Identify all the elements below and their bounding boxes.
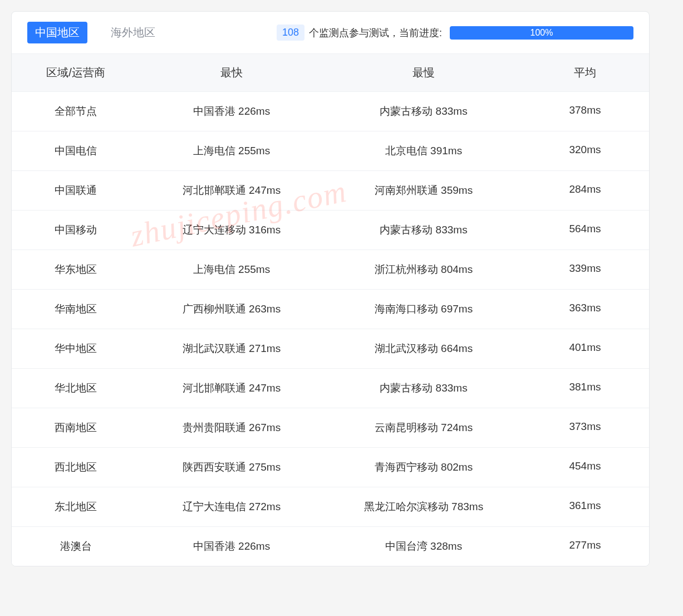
cell-region: 中国电信 — [12, 144, 140, 158]
cell-fastest: 辽宁大连移动 316ms — [140, 223, 323, 237]
cell-fastest: 湖北武汉联通 271ms — [140, 341, 323, 356]
cell-slowest: 内蒙古移动 833ms — [323, 381, 524, 395]
ping-test-panel: zhujiceping.com 中国地区 海外地区 108 个监测点参与测试，当… — [11, 11, 650, 566]
cell-slowest: 浙江杭州移动 804ms — [323, 262, 524, 277]
table-row: 中国移动辽宁大连移动 316ms内蒙古移动 833ms564ms — [12, 211, 649, 250]
header-fastest: 最快 — [140, 65, 323, 80]
cell-region: 中国移动 — [12, 223, 140, 237]
cell-average: 284ms — [524, 183, 646, 198]
cell-fastest: 河北邯郸联通 247ms — [140, 381, 323, 395]
cell-slowest: 云南昆明移动 724ms — [323, 421, 524, 435]
table-body: 全部节点中国香港 226ms内蒙古移动 833ms378ms中国电信上海电信 2… — [12, 92, 649, 566]
table-row: 华北地区河北邯郸联通 247ms内蒙古移动 833ms381ms — [12, 369, 649, 408]
cell-region: 东北地区 — [12, 500, 140, 514]
table-row: 西南地区贵州贵阳联通 267ms云南昆明移动 724ms373ms — [12, 408, 649, 448]
cell-slowest: 中国台湾 328ms — [323, 539, 524, 554]
cell-region: 西北地区 — [12, 460, 140, 475]
cell-fastest: 广西柳州联通 263ms — [140, 302, 323, 316]
region-tabs: 中国地区 海外地区 — [27, 22, 163, 43]
progress-label: 100% — [530, 28, 553, 38]
tab-china[interactable]: 中国地区 — [27, 22, 87, 43]
table-row: 华中地区湖北武汉联通 271ms湖北武汉移动 664ms401ms — [12, 329, 649, 369]
cell-fastest: 陕西西安联通 275ms — [140, 460, 323, 475]
cell-average: 373ms — [524, 421, 646, 435]
cell-region: 港澳台 — [12, 539, 140, 554]
status-text: 个监测点参与测试，当前进度: — [309, 26, 442, 40]
monitor-count-badge: 108 — [277, 25, 304, 41]
cell-slowest: 北京电信 391ms — [323, 144, 524, 158]
cell-fastest: 中国香港 226ms — [140, 539, 323, 554]
cell-fastest: 河北邯郸联通 247ms — [140, 183, 323, 198]
panel-header: 中国地区 海外地区 108 个监测点参与测试，当前进度: 100% — [12, 12, 649, 53]
cell-average: 381ms — [524, 381, 646, 395]
cell-slowest: 河南郑州联通 359ms — [323, 183, 524, 198]
tab-overseas[interactable]: 海外地区 — [103, 22, 163, 43]
cell-average: 401ms — [524, 341, 646, 356]
cell-slowest: 黑龙江哈尔滨移动 783ms — [323, 500, 524, 514]
cell-fastest: 上海电信 255ms — [140, 144, 323, 158]
table-header-row: 区域/运营商 最快 最慢 平均 — [12, 53, 649, 92]
cell-region: 华中地区 — [12, 341, 140, 356]
cell-region: 西南地区 — [12, 421, 140, 435]
table-row: 港澳台中国香港 226ms中国台湾 328ms277ms — [12, 527, 649, 566]
cell-average: 363ms — [524, 302, 646, 316]
progress-bar: 100% — [450, 26, 633, 40]
header-average: 平均 — [524, 65, 646, 80]
cell-average: 378ms — [524, 104, 646, 119]
table-row: 全部节点中国香港 226ms内蒙古移动 833ms378ms — [12, 92, 649, 131]
table-row: 中国电信上海电信 255ms北京电信 391ms320ms — [12, 131, 649, 171]
cell-fastest: 上海电信 255ms — [140, 262, 323, 277]
header-region: 区域/运营商 — [12, 65, 140, 80]
cell-slowest: 内蒙古移动 833ms — [323, 104, 524, 119]
table-row: 华南地区广西柳州联通 263ms海南海口移动 697ms363ms — [12, 290, 649, 329]
cell-fastest: 贵州贵阳联通 267ms — [140, 421, 323, 435]
cell-slowest: 湖北武汉移动 664ms — [323, 341, 524, 356]
cell-region: 全部节点 — [12, 104, 140, 119]
cell-average: 454ms — [524, 460, 646, 475]
cell-slowest: 海南海口移动 697ms — [323, 302, 524, 316]
cell-fastest: 辽宁大连电信 272ms — [140, 500, 323, 514]
table-row: 东北地区辽宁大连电信 272ms黑龙江哈尔滨移动 783ms361ms — [12, 487, 649, 527]
cell-region: 中国联通 — [12, 183, 140, 198]
table-row: 华东地区上海电信 255ms浙江杭州移动 804ms339ms — [12, 250, 649, 290]
table-row: 西北地区陕西西安联通 275ms青海西宁移动 802ms454ms — [12, 448, 649, 487]
cell-slowest: 内蒙古移动 833ms — [323, 223, 524, 237]
cell-average: 564ms — [524, 223, 646, 237]
table-row: 中国联通河北邯郸联通 247ms河南郑州联通 359ms284ms — [12, 171, 649, 211]
cell-region: 华东地区 — [12, 262, 140, 277]
cell-average: 277ms — [524, 539, 646, 554]
status-area: 108 个监测点参与测试，当前进度: 100% — [277, 25, 633, 41]
header-slowest: 最慢 — [323, 65, 524, 80]
cell-average: 320ms — [524, 144, 646, 158]
cell-fastest: 中国香港 226ms — [140, 104, 323, 119]
cell-region: 华北地区 — [12, 381, 140, 395]
cell-average: 339ms — [524, 262, 646, 277]
cell-region: 华南地区 — [12, 302, 140, 316]
cell-slowest: 青海西宁移动 802ms — [323, 460, 524, 475]
cell-average: 361ms — [524, 500, 646, 514]
